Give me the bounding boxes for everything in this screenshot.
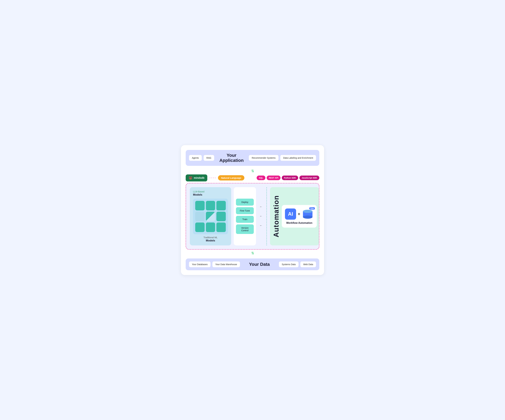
top-app-bar: Agents RAG YourApplication Recommender S…	[186, 150, 319, 166]
top-arrow: ⇅	[186, 169, 319, 173]
diagram-container: Agents RAG YourApplication Recommender S…	[181, 145, 324, 275]
main-dashed-container: LLM-Based Models Traditio	[186, 183, 319, 249]
models-panel: LLM-Based Models Traditio	[190, 187, 231, 245]
mindsdb-logo: 🐻 mindsdb	[186, 174, 207, 181]
model-box-5	[206, 212, 215, 221]
workflow-box: AI +	[282, 205, 317, 228]
mindsdb-row: 🐻 mindsdb - - - - Natural Language SQL R…	[186, 174, 319, 181]
trad-label: Traditional ML	[193, 236, 228, 239]
ai-icon: AI	[285, 209, 296, 220]
llm-bold: Models	[193, 193, 228, 196]
your-databases-tag: Your Databases	[189, 261, 211, 267]
model-box-1	[195, 201, 205, 210]
ai-data-row: AI +	[285, 208, 314, 220]
data-badge: Data	[309, 207, 315, 210]
bottom-right-tags: Systems Data Web Data	[279, 261, 316, 267]
inner-row: LLM-Based Models Traditio	[190, 187, 315, 245]
your-data-title: Your Data	[240, 262, 279, 267]
model-box-2	[206, 201, 215, 210]
bottom-arrow: ⇅	[186, 251, 319, 255]
data-stack: Data	[302, 208, 314, 220]
version-control-btn: Version Control	[236, 224, 254, 234]
app-right-tags: Recommender Systems Data Labeling and En…	[249, 155, 316, 161]
agents-tag: Agents	[189, 155, 202, 161]
trad-bold: Models	[193, 239, 228, 242]
rag-tag: RAG	[203, 155, 214, 161]
your-data-warehouse-tag: Your Data Warehouse	[212, 261, 240, 267]
app-title: YourApplication	[214, 153, 249, 163]
model-box-3	[216, 201, 226, 210]
model-box-8	[206, 223, 215, 232]
data-labeling-tag: Data Labeling and Enrichment	[280, 155, 316, 161]
rest-api-badge: REST API	[267, 176, 280, 180]
bear-icon: 🐻	[189, 176, 193, 180]
svg-point-2	[303, 216, 312, 219]
web-data-tag: Web Data	[300, 261, 316, 267]
recommender-tag: Recommender Systems	[249, 155, 278, 161]
workflow-label: Workflow Automation	[286, 222, 312, 224]
arrow-1: ←	[259, 205, 262, 209]
natural-language-badge: Natural Language	[218, 175, 245, 180]
app-left-tags: Agents RAG	[189, 155, 214, 161]
dashed-line-icon: - - - -	[209, 176, 216, 179]
model-box-6	[216, 212, 226, 221]
model-box-9	[216, 223, 226, 232]
deploy-btn: Deploy	[236, 199, 254, 206]
bottom-data-bar: Your Databases Your Data Warehouse Your …	[186, 258, 319, 270]
finetune-btn: Fine-Tune	[236, 207, 254, 214]
python-sdk-badge: Python SDK	[282, 176, 298, 180]
systems-data-tag: Systems Data	[279, 261, 299, 267]
automation-inner: AI +	[282, 205, 317, 228]
sdk-badges: SQL REST API Python SDK JavaScript SDK	[257, 176, 319, 180]
arrow-2: ←	[259, 215, 262, 218]
llm-label: LLM-Based	[193, 190, 228, 193]
plus-icon: +	[298, 211, 300, 216]
arrow-3: ←	[259, 224, 262, 227]
mindsdb-text: mindsdb	[194, 177, 204, 179]
vertical-dashed-separator	[266, 187, 267, 245]
automation-panel: Automation AI +	[270, 187, 319, 245]
js-sdk-badge: JavaScript SDK	[299, 176, 319, 180]
sql-badge: SQL	[257, 176, 265, 180]
bottom-left-tags: Your Databases Your Data Warehouse	[189, 261, 240, 267]
train-btn: Train	[236, 216, 254, 223]
svg-point-3	[303, 210, 312, 213]
model-box-7	[195, 223, 205, 232]
models-grid	[195, 201, 226, 232]
arrows-col: ← ← ←	[259, 187, 263, 245]
model-box-4	[195, 212, 205, 221]
actions-panel: Deploy Fine-Tune Train Version Control	[234, 187, 256, 245]
automation-label: Automation	[272, 195, 280, 237]
models-grid-wrapper	[193, 199, 228, 234]
